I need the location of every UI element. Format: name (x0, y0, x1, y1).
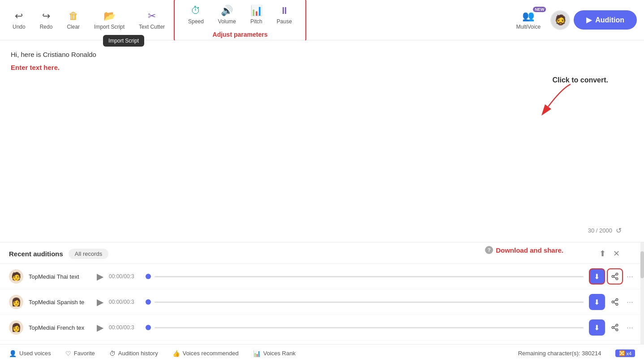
refresh-icon[interactable]: ↺ (616, 226, 622, 235)
svg-point-3 (616, 278, 618, 280)
progress-container-3[interactable] (146, 325, 584, 330)
pause-label: Pause (277, 18, 292, 25)
progress-bar-3 (155, 327, 584, 328)
undo-button[interactable]: ↩ Undo (7, 7, 31, 34)
footer: 👤 Used voices ♡ Favorite ⏱ Audition hist… (0, 344, 644, 362)
record-avatar-1: 🧑 (9, 269, 23, 284)
voices-rank-label: Voices Rank (263, 350, 296, 357)
play-triangle-icon: ▶ (586, 16, 592, 24)
multivoice-button[interactable]: NEW 👥 MultiVoice (510, 8, 547, 33)
svg-line-14 (614, 328, 616, 329)
progress-bar-2 (155, 302, 584, 303)
progress-dot-1 (146, 274, 151, 279)
pause-button[interactable]: ⏸ Pause (270, 2, 298, 27)
time-display-1: 00:00/00:3 (109, 273, 140, 280)
svg-point-7 (612, 301, 614, 303)
play-button-3[interactable]: ▶ (97, 322, 103, 333)
avatar[interactable]: 🧔 (550, 10, 570, 30)
voices-recommended-label: Voices recommended (183, 350, 239, 357)
x4-icon: 🔀 (619, 350, 625, 356)
new-badge: NEW (533, 7, 546, 12)
audition-button[interactable]: ▶ Audition (574, 10, 637, 30)
share-icon-2 (611, 298, 619, 306)
pitch-button[interactable]: 📊 Pitch (244, 2, 269, 27)
more-button-1[interactable]: ··· (625, 272, 635, 281)
play-button-2[interactable]: ▶ (97, 297, 103, 307)
svg-line-9 (614, 302, 616, 304)
favorite-label: Favorite (74, 350, 95, 357)
used-voices-icon: 👤 (9, 350, 17, 357)
adjust-params-label: Adjust parameters (182, 31, 298, 38)
text-cutter-button[interactable]: ✂ Text Cutter (133, 7, 170, 34)
x4-badge[interactable]: 🔀 x4 (615, 349, 635, 357)
audition-history-label: Audition history (118, 350, 158, 357)
toolbar: ↩ Undo ↪ Redo 🗑 Clear 📂 Import Script ✂ … (0, 0, 644, 40)
svg-line-4 (614, 277, 616, 278)
progress-bar-1 (155, 276, 584, 277)
download-share-annotation: ? Download and share. (485, 246, 563, 254)
share-button-1[interactable] (607, 268, 623, 284)
used-voices-label: Used voices (19, 350, 51, 357)
redo-button[interactable]: ↪ Redo (34, 7, 58, 34)
svg-point-6 (616, 299, 618, 301)
share-button-2[interactable] (607, 294, 623, 310)
share-button-3[interactable] (607, 319, 623, 336)
download-button-3[interactable]: ⬇ (589, 319, 605, 336)
record-name-2: TopMediai Spanish te (29, 299, 91, 306)
record-item: 🧑 TopMediai Thai text ▶ 00:00/00:3 ⬇ ··· (0, 264, 644, 289)
thumbsup-icon: 👍 (172, 350, 180, 357)
convert-annotation: Click to convert. (526, 76, 608, 116)
record-actions-1: ⬇ ··· (589, 268, 635, 284)
volume-button[interactable]: 🔊 Volume (212, 2, 242, 27)
char-count: 30 / 2000 ↺ (588, 226, 622, 235)
svg-line-10 (614, 300, 616, 302)
more-button-2[interactable]: ··· (625, 297, 635, 307)
char-count-value: 30 / 2000 (588, 227, 612, 234)
play-button-1[interactable]: ▶ (97, 271, 103, 282)
question-icon: ? (485, 246, 493, 254)
volume-label: Volume (218, 18, 236, 25)
record-avatar-3: 👩 (9, 320, 23, 335)
clear-icon: 🗑 (69, 10, 78, 22)
progress-container-1[interactable] (146, 274, 584, 279)
more-button-3[interactable]: ··· (625, 323, 635, 332)
voices-recommended-item[interactable]: 👍 Voices recommended (172, 350, 239, 357)
record-actions-2: ⬇ ··· (589, 294, 635, 310)
progress-dot-2 (146, 299, 151, 305)
import-tooltip: Import Script (103, 35, 144, 47)
download-button-1[interactable]: ⬇ (589, 268, 605, 284)
x4-label: x4 (626, 351, 631, 356)
panel-actions: ⬆ ✕ (597, 247, 622, 260)
svg-point-2 (612, 276, 614, 278)
import-script-label: Import Script (94, 24, 125, 30)
pitch-label: Pitch (250, 18, 262, 25)
scrollbar-thumb[interactable] (640, 251, 644, 278)
text-content[interactable]: Hi, here is Cristiano Ronaldo (11, 49, 633, 60)
download-button-2[interactable]: ⬇ (589, 294, 605, 310)
download-share-label: Download and share. (496, 246, 563, 254)
import-script-button[interactable]: 📂 Import Script (89, 7, 130, 34)
used-voices-item[interactable]: 👤 Used voices (9, 350, 51, 357)
panel-collapse-button[interactable]: ⬆ (597, 247, 608, 260)
pause-icon: ⏸ (279, 5, 289, 17)
speed-button[interactable]: ⏱ Speed (182, 2, 210, 27)
audition-history-item[interactable]: ⏱ Audition history (109, 350, 158, 357)
record-actions-3: ⬇ ··· (589, 319, 635, 336)
undo-icon: ↩ (15, 10, 23, 22)
panel-close-button[interactable]: ✕ (611, 247, 622, 260)
remaining-chars: Remaining character(s): 380214 (518, 350, 601, 357)
record-avatar-2: 👩 (9, 295, 23, 309)
chart-icon: 📊 (253, 350, 261, 357)
clock-icon: ⏱ (109, 350, 116, 357)
favorite-item[interactable]: ♡ Favorite (65, 350, 95, 357)
clear-label: Clear (67, 24, 80, 30)
all-records-button[interactable]: All records (69, 249, 108, 259)
text-cutter-label: Text Cutter (139, 24, 165, 30)
time-display-2: 00:00/00:3 (109, 299, 140, 305)
voices-rank-item[interactable]: 📊 Voices Rank (253, 350, 296, 357)
progress-dot-3 (146, 325, 151, 330)
progress-container-2[interactable] (146, 299, 584, 305)
svg-line-15 (614, 326, 616, 327)
clear-button[interactable]: 🗑 Clear (61, 7, 85, 34)
share-icon-3 (611, 323, 619, 332)
